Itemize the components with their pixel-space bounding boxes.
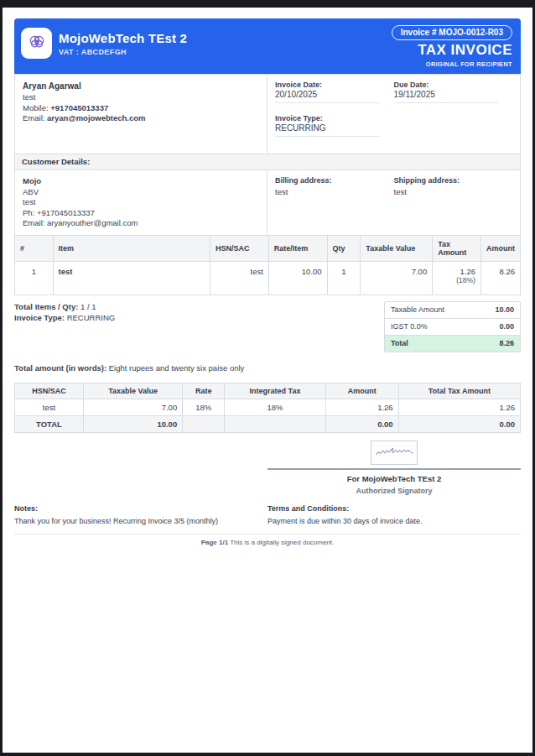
customer-line3: test [23, 197, 259, 208]
customer-name: Mojo [23, 176, 259, 187]
amount-in-words: Total amount (in words): Eight rupees an… [14, 363, 521, 373]
due-date-field: Due Date: 19/11/2025 [394, 81, 513, 103]
totals-invoice-type-label: Invoice Type: [14, 313, 67, 322]
col-header-qty: Qty [327, 235, 361, 261]
invoice-page: MojoWebTech TEst 2 VAT : ABCDEFGH Invoic… [3, 8, 532, 753]
item-tax-amount-value: 1.26 [438, 267, 475, 276]
signature-section: For MojoWebTech TEst 2 Authorized Signat… [268, 441, 521, 495]
signature-image [371, 441, 418, 465]
invoice-type-label: Invoice Type: [275, 114, 394, 123]
invoice-date-label: Invoice Date: [275, 81, 394, 89]
signature-divider [268, 468, 521, 470]
seller-details: Aryan Agarwal test Mobile: +917045013337… [15, 75, 268, 154]
item-sno: 1 [15, 261, 54, 295]
invoice-type-field: Invoice Type: RECURRING [275, 114, 394, 137]
item-qty: 1 [327, 261, 361, 295]
brain-icon [26, 31, 48, 56]
col-header-amount: Amount [480, 235, 520, 261]
item-amount: 8.26 [480, 261, 520, 295]
company-logo [21, 28, 52, 59]
tax-col-taxable: Taxable Value [84, 383, 183, 399]
company-vat: VAT : ABCDEFGH [59, 48, 187, 56]
seller-email-label: Email: [23, 113, 47, 123]
col-header-rate: Rate/Item [268, 235, 327, 261]
page-footer: Page 1/1 This is a digitally signed docu… [14, 534, 521, 546]
tax-col-integrated: Integrated Tax [225, 383, 326, 399]
taxable-amount-value: 10.00 [495, 305, 514, 314]
tax-header-row: HSN/SAC Taxable Value Rate Integrated Ta… [15, 383, 521, 399]
due-date-value: 19/11/2025 [394, 89, 499, 103]
item-hsn: test [210, 261, 269, 295]
billing-address-label: Billing address: [275, 176, 394, 185]
seller-email-value: aryan@mojowebtech.com [47, 113, 146, 123]
item-tax-amount: 1.26 (18%) [433, 261, 481, 295]
customer-addresses: Billing address: test Shipping address: … [268, 170, 520, 235]
customer-phone: Ph: +917045013337 [23, 208, 259, 219]
invoice-date-field: Invoice Date: 20/10/2025 [275, 81, 394, 103]
invoice-meta-grid: Invoice Date: 20/10/2025 Due Date: 19/11… [275, 81, 512, 148]
col-header-hsn: HSN/SAC [210, 235, 269, 261]
authorized-signatory-label: Authorized Signatory [268, 487, 521, 495]
seller-name: Aryan Agarwal [23, 81, 259, 92]
invoice-content: MojoWebTech TEst 2 VAT : ABCDEFGH Invoic… [3, 8, 532, 557]
tax-total-integrated [225, 415, 326, 432]
grand-total-value: 8.26 [499, 339, 514, 347]
customer-email: Email: aryanyouther@gmail.com [23, 218, 259, 229]
signature-for-line: For MojoWebTech TEst 2 [268, 474, 521, 483]
tax-row-taxable: 7.00 [84, 399, 183, 415]
invoice-type-value: RECURRING [275, 123, 380, 137]
col-header-item: Item [53, 235, 210, 261]
tax-total-totaltax: 0.00 [398, 415, 520, 432]
tax-row-total: 1.26 [398, 399, 520, 415]
customer-details-heading: Customer Details: [14, 154, 521, 170]
document-title: TAX INVOICE [418, 42, 512, 59]
tax-row-integrated: 18% [225, 399, 326, 415]
grand-total-row: Total 8.26 [385, 336, 520, 352]
item-tax-rate-note: (18%) [438, 276, 475, 284]
tax-total-rate [183, 415, 225, 432]
header-title-stack: MojoWebTech TEst 2 VAT : ABCDEFGH [59, 31, 187, 56]
tax-row-amount: 1.26 [325, 399, 398, 415]
taxable-amount-label: Taxable Amount [391, 305, 444, 314]
billing-address-value: test [275, 187, 394, 198]
amount-in-words-label: Total amount (in words): [14, 363, 109, 373]
total-items-qty-value: 1 / 1 [81, 302, 96, 311]
company-name: MojoWebTech TEst 2 [59, 31, 187, 45]
totals-summary-left: Total Items / Qty: 1 / 1 Invoice Type: R… [14, 301, 115, 352]
item-row: 1 test test 10.00 1 7.00 1.26 (18%) 8.26 [15, 261, 521, 295]
tax-total-amount: 0.00 [325, 415, 398, 432]
tax-col-total: Total Tax Amount [398, 383, 520, 399]
notes-text: Thank you for your business! Recurring I… [14, 517, 268, 525]
notes-block: Notes: Thank you for your business! Recu… [14, 504, 268, 525]
shipping-address: Shipping address: test [394, 176, 513, 229]
tax-data-row: test 7.00 18% 18% 1.26 1.26 [15, 399, 521, 415]
header-left: MojoWebTech TEst 2 VAT : ABCDEFGH [21, 28, 187, 59]
igst-value: 0.00 [499, 322, 514, 331]
tax-col-hsn: HSN/SAC [15, 383, 84, 399]
notes-label: Notes: [14, 504, 268, 513]
col-header-tax: Tax Amount [433, 235, 481, 261]
shipping-address-label: Shipping address: [394, 176, 513, 185]
seller-mobile-label: Mobile: [23, 103, 50, 112]
tax-summary-table: HSN/SAC Taxable Value Rate Integrated Ta… [14, 383, 521, 433]
tax-col-amount: Amount [325, 383, 398, 399]
shipping-address-value: test [394, 187, 513, 198]
terms-block: Terms and Conditions: Payment is due wit… [268, 504, 521, 525]
totals-invoice-type: Invoice Type: RECURRING [14, 312, 115, 324]
tax-total-label: TOTAL [15, 415, 84, 432]
invoice-meta: Invoice Date: 20/10/2025 Due Date: 19/11… [268, 75, 520, 154]
taxable-amount-row: Taxable Amount 10.00 [385, 302, 520, 319]
terms-text: Payment is due within 30 days of invoice… [268, 517, 521, 525]
notes-terms-section: Notes: Thank you for your business! Recu… [14, 504, 521, 525]
invoice-date-value: 20/10/2025 [275, 89, 380, 103]
items-table: # Item HSN/SAC Rate/Item Qty Taxable Val… [14, 235, 521, 295]
header-right: Invoice # MOJO-0012-R03 TAX INVOICE ORIG… [392, 25, 512, 68]
tax-row-rate: 18% [183, 399, 225, 415]
seller-mobile-value: +917045013337 [50, 103, 108, 112]
tax-col-rate: Rate [183, 383, 225, 399]
col-header-sno: # [15, 235, 54, 261]
items-header-row: # Item HSN/SAC Rate/Item Qty Taxable Val… [15, 235, 521, 261]
item-rate: 10.00 [268, 261, 327, 295]
customer-info: Mojo ABV test Ph: +917045013337 Email: a… [15, 170, 268, 235]
item-taxable-value: 7.00 [361, 261, 433, 295]
